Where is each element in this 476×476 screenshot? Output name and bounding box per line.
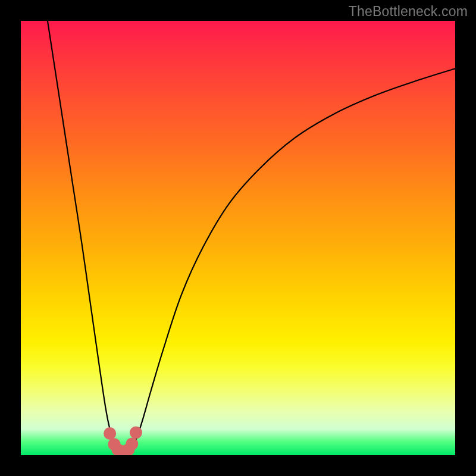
chart-frame: TheBottleneck.com bbox=[0, 0, 476, 476]
valley-marker bbox=[130, 427, 142, 439]
plot-area bbox=[21, 21, 455, 455]
valley-marker bbox=[126, 438, 138, 450]
valley-markers bbox=[104, 427, 142, 455]
valley-marker bbox=[104, 427, 116, 440]
right-curve bbox=[131, 68, 455, 449]
valley-marker bbox=[115, 445, 128, 455]
watermark-text: TheBottleneck.com bbox=[349, 4, 468, 20]
valley-marker bbox=[123, 443, 135, 455]
valley-marker bbox=[108, 438, 120, 450]
valley-marker bbox=[119, 445, 131, 455]
valley-marker bbox=[111, 443, 124, 455]
curve-layer bbox=[21, 21, 455, 455]
left-curve bbox=[47, 21, 118, 449]
